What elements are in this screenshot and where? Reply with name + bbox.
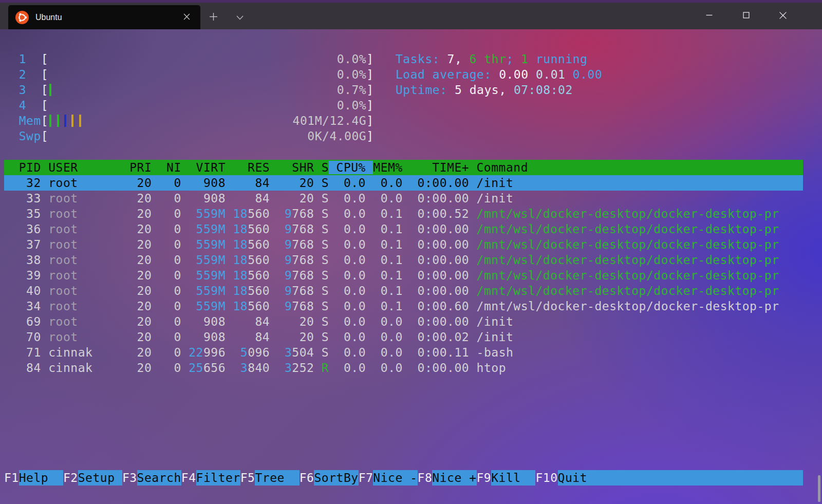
process-row[interactable]: 38 root 20 0 559M 18560 9768 S 0.0 0.1 0… — [4, 252, 803, 268]
meter-1: 1 [0.0%] — [4, 51, 374, 67]
meter-label: 2 — [4, 68, 41, 81]
fn-key-f9[interactable]: F9Kill — [477, 470, 536, 486]
meter-value: 0K/4.00G — [307, 128, 366, 144]
process-row[interactable]: 39 root 20 0 559M 18560 9768 S 0.0 0.1 0… — [4, 268, 803, 283]
process-row[interactable]: 37 root 20 0 559M 18560 9768 S 0.0 0.1 0… — [4, 237, 803, 252]
fn-key-f10[interactable]: F10Quit — [535, 470, 803, 486]
meter-label: 3 — [4, 83, 41, 97]
meter-value: 401M/12.4G — [293, 113, 367, 128]
tab-dropdown-button[interactable] — [231, 9, 249, 26]
fn-key-f8[interactable]: F8Nice + — [418, 470, 477, 486]
meter-label: 4 — [4, 99, 41, 112]
close-icon — [183, 13, 190, 22]
load-average-line: Load average: 0.00 0.01 0.00 — [396, 67, 602, 82]
window-controls — [690, 3, 801, 29]
function-key-bar: F1Help F2Setup F3SearchF4FilterF5Tree F6… — [4, 470, 803, 486]
fn-key-f1[interactable]: F1Help — [4, 470, 63, 486]
process-row[interactable]: 33 root 20 0 908 84 20 S 0.0 0.0 0:00.00… — [4, 191, 803, 206]
meter-label: Swp — [4, 129, 41, 143]
process-row[interactable]: 32 root 20 0 908 84 20 S 0.0 0.0 0:00.00… — [4, 175, 803, 191]
process-row[interactable]: 34 root 20 0 559M 18560 9768 S 0.0 0.1 0… — [4, 298, 803, 314]
process-table: PID USER PRI NI VIRT RES SHR S CPU% MEM%… — [0, 160, 822, 376]
process-row[interactable]: 70 root 20 0 908 84 20 S 0.0 0.0 0:00.02… — [4, 329, 803, 345]
maximize-icon — [743, 12, 750, 20]
terminal-window: Ubuntu — [0, 0, 822, 504]
new-tab-button[interactable] — [204, 9, 222, 26]
plus-icon — [209, 12, 218, 23]
process-row[interactable]: 35 root 20 0 559M 18560 9768 S 0.0 0.1 0… — [4, 206, 803, 221]
fn-key-f2[interactable]: F2Setup — [63, 470, 122, 486]
meter-bars — [49, 82, 57, 96]
process-row[interactable]: 40 root 20 0 559M 18560 9768 S 0.0 0.1 0… — [4, 283, 803, 298]
fn-key-f5[interactable]: F5Tree — [240, 470, 300, 486]
meter-value: 0.7% — [337, 82, 366, 98]
close-icon — [779, 12, 787, 21]
meter-label: 1 — [4, 52, 41, 66]
fn-key-f3[interactable]: F3Search — [122, 470, 181, 486]
fn-key-f7[interactable]: F7Nice - — [359, 470, 418, 486]
meter-swp: Swp[0K/4.00G] — [4, 128, 374, 144]
process-row[interactable]: 36 root 20 0 559M 18560 9768 S 0.0 0.1 0… — [4, 221, 803, 237]
process-table-header[interactable]: PID USER PRI NI VIRT RES SHR S CPU% MEM%… — [4, 160, 803, 175]
meter-value: 0.0% — [337, 98, 366, 113]
ubuntu-icon — [15, 11, 29, 24]
terminal-screen[interactable]: 1 [0.0%] 2 [0.0%] 3 [0.7%] 4 [0.0%] Mem[… — [0, 29, 822, 504]
meter-value: 0.0% — [337, 51, 366, 67]
maximize-button[interactable] — [727, 3, 764, 29]
uptime-line: Uptime: 5 days, 07:08:02 — [396, 82, 602, 98]
process-row[interactable]: 71 cinnak 20 0 22996 5096 3504 S 0.0 0.0… — [4, 345, 803, 360]
system-info: Tasks: 7, 6 thr; 1 running Load average:… — [396, 51, 602, 98]
meter-3: 3 [0.7%] — [4, 82, 374, 98]
meter-bars — [49, 113, 86, 127]
minimize-button[interactable] — [690, 3, 727, 29]
window-close-button[interactable] — [764, 3, 801, 29]
process-row[interactable]: 69 root 20 0 908 84 20 S 0.0 0.0 0:00.00… — [4, 314, 803, 329]
scrollbar-thumb[interactable] — [818, 475, 820, 502]
tab-close-button[interactable] — [178, 9, 195, 26]
meter-2: 2 [0.0%] — [4, 67, 374, 82]
process-row[interactable]: 84 cinnak 20 0 25656 3840 3252 R 0.0 0.0… — [4, 360, 803, 376]
title-bar: Ubuntu — [0, 0, 822, 29]
meter-4: 4 [0.0%] — [4, 98, 374, 113]
meter-value: 0.0% — [337, 67, 366, 82]
tasks-line: Tasks: 7, 6 thr; 1 running — [396, 51, 602, 67]
meter-mem: Mem[401M/12.4G] — [4, 113, 374, 128]
cpu-memory-meters: 1 [0.0%] 2 [0.0%] 3 [0.7%] 4 [0.0%] Mem[… — [4, 51, 374, 144]
fn-key-f6[interactable]: F6SortBy — [300, 470, 359, 486]
fn-key-f4[interactable]: F4Filter — [181, 470, 240, 486]
tab-ubuntu[interactable]: Ubuntu — [8, 5, 200, 29]
tab-title: Ubuntu — [35, 13, 178, 22]
meter-label: Mem — [4, 114, 41, 127]
minimize-icon — [706, 12, 713, 20]
chevron-down-icon — [236, 14, 244, 22]
process-rows: 32 root 20 0 908 84 20 S 0.0 0.0 0:00.00… — [0, 175, 822, 376]
